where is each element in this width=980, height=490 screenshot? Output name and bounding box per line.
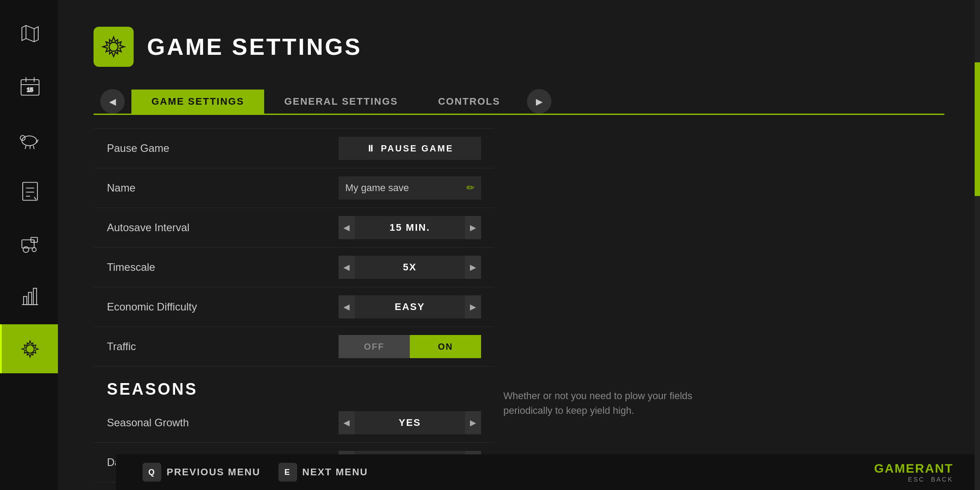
traffic-toggle-on[interactable]: ON [410,335,481,358]
seasons-heading: SEASONS [94,367,494,403]
autosave-next[interactable]: ▶ [465,216,481,239]
seasonal-growth-next[interactable]: ▶ [465,411,481,434]
pause-game-label: Pause Game [107,142,339,155]
bottom-actions-left: Q PREVIOUS MENU E NEXT MENU [143,463,368,482]
economic-difficulty-row: Economic Difficulty ◀ EASY ▶ [94,287,494,327]
svg-rect-23 [23,296,26,304]
main-content: GAME SETTINGS ◀ GAME SETTINGS GENERAL SE… [58,0,980,490]
page-icon-box [94,27,134,67]
svg-rect-24 [28,292,31,305]
economic-difficulty-selector[interactable]: ◀ EASY ▶ [339,295,481,318]
help-text: Whether or not you need to plow your fie… [503,388,708,418]
edit-icon[interactable]: ✏ [466,182,474,194]
pause-game-row: Pause Game ⏸ PAUSE GAME [94,128,494,168]
svg-line-11 [33,146,34,149]
contracts-icon [18,179,42,204]
economic-difficulty-prev[interactable]: ◀ [339,295,355,318]
economic-difficulty-label: Economic Difficulty [107,301,339,313]
sidebar-item-machines[interactable] [0,219,58,268]
timescale-value: 5X [355,256,465,279]
previous-menu-label: PREVIOUS MENU [167,466,261,478]
svg-line-9 [25,146,26,149]
sidebar: 15 [0,0,58,490]
seasonal-growth-prev[interactable]: ◀ [339,411,355,434]
name-field: My game save ✏ [339,176,481,200]
tab-game-settings[interactable]: GAME SETTINGS [131,90,264,114]
sidebar-item-calendar[interactable]: 15 [0,61,58,110]
pause-game-button[interactable]: ⏸ PAUSE GAME [339,137,481,160]
map-icon [18,21,42,46]
traffic-control: OFF ON [339,335,481,358]
autosave-prev[interactable]: ◀ [339,216,355,239]
seasonal-growth-selector[interactable]: ◀ YES ▶ [339,411,481,434]
scrollbar-track [975,0,980,490]
tab-next-arrow[interactable]: ▶ [527,89,551,114]
sidebar-item-contracts[interactable] [0,167,58,216]
pause-game-control[interactable]: ⏸ PAUSE GAME [339,137,481,160]
svg-point-27 [109,42,118,51]
settings-area: Pause Game ⏸ PAUSE GAME Name My game sav… [94,115,944,490]
scrollbar-thumb[interactable] [975,62,980,196]
next-menu-btn[interactable]: E NEXT MENU [278,463,368,482]
timescale-control: ◀ 5X ▶ [339,256,481,279]
seasonal-growth-control: ◀ YES ▶ [339,411,481,434]
name-label: Name [107,182,339,194]
autosave-row: Autosave Interval ◀ 15 MIN. ▶ [94,208,494,248]
gamerant-sub: ESC BACK [908,476,953,483]
svg-rect-25 [33,288,36,305]
machines-icon [18,232,42,256]
seasonal-growth-value: YES [355,411,465,434]
page-title: GAME SETTINGS [147,33,362,60]
name-control: My game save ✏ [339,176,481,200]
economic-difficulty-next[interactable]: ▶ [465,295,481,318]
previous-menu-key: Q [143,463,161,482]
svg-text:15: 15 [27,86,33,93]
page-header: GAME SETTINGS [94,27,944,67]
tab-bar: ◀ GAME SETTINGS GENERAL SETTINGS CONTROL… [94,89,944,115]
svg-point-19 [32,247,36,251]
traffic-row: Traffic OFF ON [94,327,494,367]
bottom-bar: Q PREVIOUS MENU E NEXT MENU GAMERANT ESC… [116,454,980,490]
gear-settings-icon [18,337,42,361]
autosave-label: Autosave Interval [107,221,339,234]
gamerant-branding: GAMERANT ESC BACK [874,461,953,483]
timescale-row: Timescale ◀ 5X ▶ [94,248,494,287]
sidebar-item-animals[interactable] [0,114,58,163]
svg-rect-13 [23,182,37,200]
gamerant-logo: GAMERANT [874,461,953,476]
seasonal-growth-label: Seasonal Growth [107,416,339,429]
svg-rect-17 [22,240,34,248]
back-label: BACK [931,476,953,483]
tab-controls[interactable]: CONTROLS [418,90,520,114]
economic-difficulty-value: EASY [355,295,465,318]
svg-point-7 [22,136,37,146]
previous-menu-btn[interactable]: Q PREVIOUS MENU [143,463,261,482]
autosave-value: 15 MIN. [355,216,465,239]
name-row: Name My game save ✏ [94,168,494,208]
help-area: Whether or not you need to plow your fie… [494,128,717,490]
timescale-label: Timescale [107,261,339,274]
sidebar-item-stats[interactable] [0,272,58,321]
traffic-toggle[interactable]: OFF ON [339,335,481,358]
gamerant-name: GAME [874,461,915,475]
stats-icon [18,284,42,309]
page-settings-icon [100,33,127,60]
pause-game-text: PAUSE GAME [381,143,453,154]
tab-general-settings[interactable]: GENERAL SETTINGS [264,90,418,114]
calendar-icon: 15 [18,74,42,98]
traffic-toggle-off[interactable]: OFF [339,335,410,358]
timescale-selector[interactable]: ◀ 5X ▶ [339,256,481,279]
sidebar-item-settings[interactable] [0,324,58,373]
next-menu-label: NEXT MENU [302,466,368,478]
timescale-next[interactable]: ▶ [465,256,481,279]
timescale-prev[interactable]: ◀ [339,256,355,279]
sidebar-item-map[interactable] [0,9,58,58]
name-value: My game save [345,182,409,194]
tab-prev-arrow[interactable]: ◀ [100,89,125,114]
gamerant-rant: RANT [915,461,953,475]
autosave-selector[interactable]: ◀ 15 MIN. ▶ [339,216,481,239]
next-menu-key: E [278,463,297,482]
traffic-label: Traffic [107,340,339,353]
economic-difficulty-control: ◀ EASY ▶ [339,295,481,318]
pause-icon: ⏸ [366,143,376,154]
